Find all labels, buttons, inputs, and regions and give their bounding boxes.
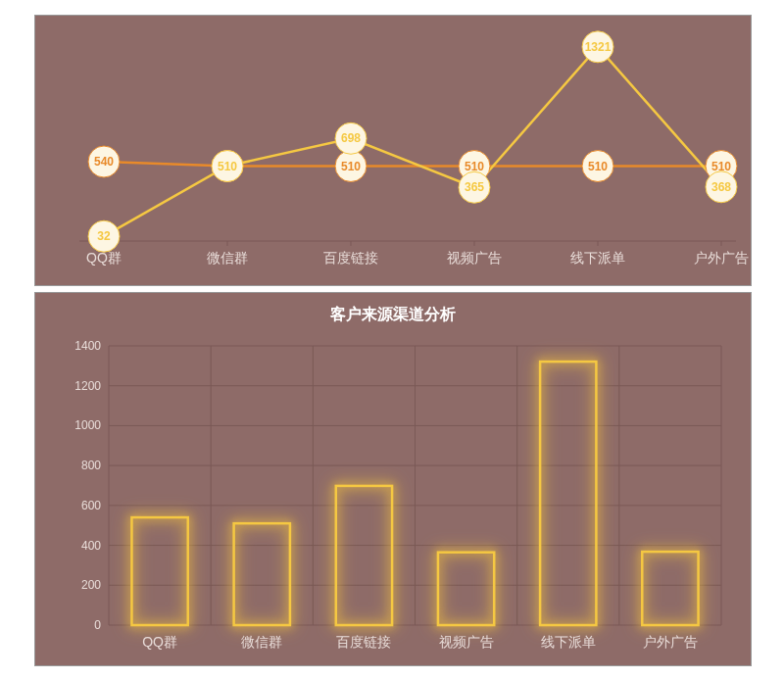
svg-text:510: 510: [588, 160, 608, 173]
bar: [642, 552, 698, 625]
svg-text:户外广告: 户外广告: [694, 250, 749, 266]
svg-text:视频广告: 视频广告: [447, 250, 502, 266]
svg-text:600: 600: [81, 499, 101, 512]
chart-container: QQ群微信群百度链接视频广告线下派单户外广告540510510510510510…: [0, 0, 784, 679]
svg-text:510: 510: [341, 160, 361, 173]
svg-text:540: 540: [94, 155, 114, 169]
svg-text:线下派单: 线下派单: [541, 634, 596, 650]
svg-text:百度链接: 百度链接: [323, 250, 378, 266]
line-chart-svg: QQ群微信群百度链接视频广告线下派单户外广告540510510510510510…: [35, 16, 751, 285]
svg-text:365: 365: [465, 180, 484, 194]
svg-text:510: 510: [218, 160, 237, 173]
svg-text:1400: 1400: [74, 339, 101, 353]
bar-chart-title: 客户来源渠道分析: [35, 293, 751, 331]
svg-text:698: 698: [341, 131, 361, 145]
svg-text:1321: 1321: [585, 40, 612, 54]
svg-text:1200: 1200: [74, 379, 101, 393]
line-chart-panel: QQ群微信群百度链接视频广告线下派单户外广告540510510510510510…: [34, 15, 752, 286]
svg-text:368: 368: [711, 180, 731, 194]
svg-text:800: 800: [81, 459, 101, 472]
svg-text:1000: 1000: [74, 418, 101, 432]
svg-text:百度链接: 百度链接: [336, 634, 391, 650]
bar: [131, 517, 187, 625]
bar: [336, 486, 392, 625]
svg-text:QQ群: QQ群: [142, 634, 177, 650]
svg-text:微信群: 微信群: [207, 250, 248, 266]
svg-text:0: 0: [94, 618, 101, 632]
svg-text:视频广告: 视频广告: [439, 634, 494, 650]
svg-text:510: 510: [465, 160, 484, 173]
svg-text:32: 32: [97, 229, 111, 243]
bar-chart-panel: 客户来源渠道分析 0200400600800100012001400QQ群微信群…: [34, 292, 752, 666]
svg-text:微信群: 微信群: [241, 634, 282, 650]
svg-text:户外广告: 户外广告: [643, 634, 698, 650]
bar-chart-svg: 0200400600800100012001400QQ群微信群百度链接视频广告线…: [35, 331, 751, 664]
svg-text:400: 400: [81, 539, 101, 553]
svg-text:200: 200: [81, 578, 101, 592]
bar: [438, 553, 494, 625]
svg-text:线下派单: 线下派单: [570, 250, 625, 266]
bar: [234, 523, 290, 625]
